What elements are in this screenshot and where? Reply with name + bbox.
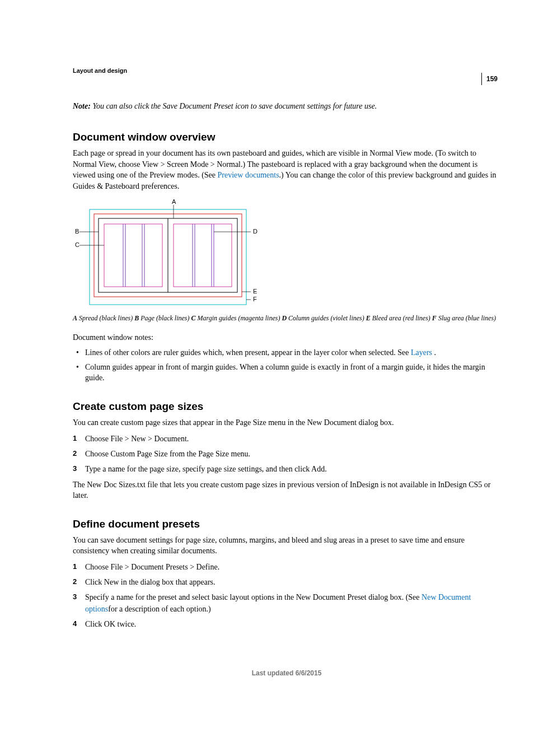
link-preview-documents[interactable]: Preview documents — [218, 171, 279, 179]
bullet-1a: Lines of other colors are ruler guides w… — [85, 348, 411, 357]
caption-a-label: A — [73, 314, 77, 322]
caption-b: Page (black lines) — [139, 314, 191, 322]
presets-intro: You can save document settings for page … — [73, 535, 500, 557]
step-item: Click New in the dialog box that appears… — [73, 576, 500, 588]
step-3a: Specify a name for the preset and select… — [85, 593, 421, 601]
step-text: Choose Custom Page Size from the Page Si… — [85, 450, 250, 458]
heading-create-custom-page-sizes: Create custom page sizes — [73, 400, 500, 413]
dw-notes-intro: Document window notes: — [73, 332, 500, 343]
footer-last-updated: Last updated 6/6/2015 — [73, 669, 500, 677]
bullet-2: Column guides appear in front of margin … — [85, 363, 485, 382]
step-text: Click New in the dialog box that appears… — [85, 578, 216, 586]
bullet-1b: . — [434, 348, 437, 357]
custom-steps: Choose File > New > Document. Choose Cus… — [73, 433, 500, 475]
page-content: 159 Layout and design Note: You can also… — [0, 0, 534, 711]
svg-text:E: E — [253, 288, 257, 295]
svg-text:F: F — [253, 296, 257, 302]
list-item: Lines of other colors are ruler guides w… — [73, 347, 500, 358]
document-window-figure: A B C D E F — [73, 198, 500, 310]
dw-notes-list: Lines of other colors are ruler guides w… — [73, 347, 500, 384]
custom-intro: You can create custom page sizes that ap… — [73, 417, 500, 428]
caption-a: Spread (black lines) — [77, 314, 134, 322]
step-item: Type a name for the page size, specify p… — [73, 463, 500, 475]
step-text: Type a name for the page size, specify p… — [85, 465, 327, 473]
step-item: Choose Custom Page Size from the Page Si… — [73, 448, 500, 460]
custom-after: The New Doc Sizes.txt file that lets you… — [73, 479, 500, 501]
svg-text:C: C — [75, 241, 79, 248]
caption-f: Slug area (blue lines) — [437, 314, 496, 322]
caption-c: Margin guides (magenta lines) — [196, 314, 282, 322]
spread-diagram-svg: A B C D E F — [73, 198, 257, 310]
link-layers[interactable]: Layers — [411, 348, 434, 357]
svg-rect-4 — [104, 224, 162, 287]
svg-text:A: A — [172, 198, 176, 205]
step-3b: for a description of each option.) — [108, 605, 211, 613]
caption-d: Column guides (violet lines) — [287, 314, 366, 322]
note-label: Note: — [73, 102, 91, 110]
note-text: You can also click the Save Document Pre… — [91, 102, 377, 110]
caption-d-label: D — [282, 314, 287, 322]
step-text: Choose File > New > Document. — [85, 435, 189, 443]
caption-e: Bleed area (red lines) — [371, 314, 432, 322]
step-text: Choose File > Document Presets > Define. — [85, 563, 219, 571]
step-item: Choose File > New > Document. — [73, 433, 500, 445]
caption-f-label: F — [432, 314, 437, 322]
heading-define-document-presets: Define document presets — [73, 518, 500, 530]
overview-paragraph: Each page or spread in your document has… — [73, 148, 500, 192]
heading-document-window-overview: Document window overview — [73, 131, 500, 143]
step-item: Choose File > Document Presets > Define. — [73, 561, 500, 573]
svg-text:B: B — [75, 228, 79, 235]
step-item: Click OK twice. — [73, 618, 500, 630]
svg-text:D: D — [253, 228, 257, 235]
caption-e-label: E — [366, 314, 371, 322]
section-header: Layout and design — [73, 67, 500, 74]
list-item: Column guides appear in front of margin … — [73, 362, 500, 384]
svg-rect-5 — [174, 224, 232, 287]
caption-c-label: C — [191, 314, 196, 322]
step-item: Specify a name for the preset and select… — [73, 591, 500, 615]
note-line: Note: You can also click the Save Docume… — [73, 102, 500, 111]
step-text: Click OK twice. — [85, 620, 136, 628]
page-number: 159 — [481, 73, 498, 85]
figure-caption: A Spread (black lines) B Page (black lin… — [73, 314, 500, 323]
presets-steps: Choose File > Document Presets > Define.… — [73, 561, 500, 630]
